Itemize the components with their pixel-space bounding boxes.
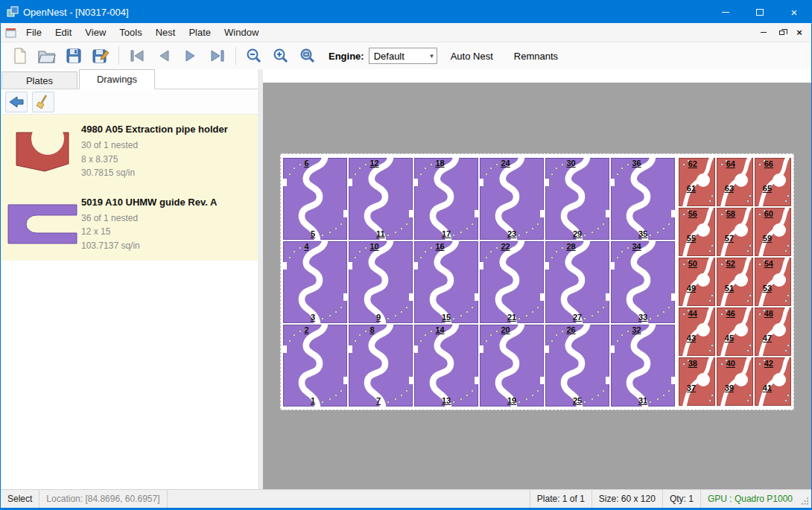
nest-canvas[interactable]: 65 1211 1817 2423	[263, 83, 811, 489]
part-number[interactable]: 8	[369, 326, 374, 334]
part-number[interactable]: 63	[725, 185, 734, 193]
part-number[interactable]: 15	[442, 313, 451, 322]
red-part-pair[interactable]: 3837	[679, 357, 715, 406]
purple-part-pair[interactable]: 109	[349, 241, 413, 323]
red-part-pair[interactable]: 5857	[717, 208, 753, 256]
remnants-button[interactable]: Remnants	[507, 47, 565, 66]
part-number[interactable]: 37	[687, 384, 696, 392]
zoom-out-button[interactable]	[241, 45, 267, 67]
part-number[interactable]: 65	[763, 185, 772, 193]
clean-button[interactable]	[32, 92, 54, 112]
part-number[interactable]: 20	[501, 326, 510, 334]
part-number[interactable]: 9	[376, 313, 381, 322]
purple-part-pair[interactable]: 87	[349, 325, 413, 407]
part-number[interactable]: 25	[573, 397, 582, 405]
part-number[interactable]: 62	[688, 160, 697, 168]
part-number[interactable]: 60	[764, 210, 773, 218]
part-number[interactable]: 52	[726, 260, 735, 268]
purple-part-pair[interactable]: 2221	[480, 241, 544, 323]
part-number[interactable]: 3	[311, 313, 315, 322]
part-number[interactable]: 51	[725, 284, 734, 293]
previous-plate-button[interactable]	[150, 45, 177, 67]
list-item[interactable]: 4980 A05 Extraction pipe holder 30 of 1 …	[1, 115, 258, 188]
part-number[interactable]: 61	[687, 185, 696, 193]
red-part-pair[interactable]: 4645	[717, 307, 753, 356]
part-number[interactable]: 56	[688, 210, 697, 218]
red-part-pair[interactable]: 5453	[755, 258, 791, 306]
open-button[interactable]	[34, 45, 60, 67]
part-number[interactable]: 13	[442, 397, 451, 405]
mdi-restore-button[interactable]	[773, 25, 790, 40]
part-number[interactable]: 1	[311, 397, 315, 405]
last-plate-button[interactable]	[204, 45, 231, 67]
purple-part-pair[interactable]: 2827	[545, 241, 609, 323]
splitter[interactable]	[258, 69, 263, 489]
purple-part-pair[interactable]: 3635	[611, 158, 675, 240]
purple-part-pair[interactable]: 65	[283, 158, 347, 240]
part-number[interactable]: 40	[726, 360, 735, 368]
part-number[interactable]: 42	[764, 360, 773, 368]
part-number[interactable]: 39	[725, 384, 734, 392]
part-number[interactable]: 19	[507, 397, 516, 405]
purple-part-pair[interactable]: 21	[283, 325, 347, 407]
part-number[interactable]: 55	[687, 235, 696, 243]
part-number[interactable]: 18	[435, 159, 444, 168]
part-number[interactable]: 45	[725, 334, 734, 342]
purple-part-pair[interactable]: 2625	[545, 325, 609, 407]
menu-item-nest[interactable]: Nest	[149, 24, 183, 41]
part-number[interactable]: 48	[764, 310, 773, 318]
purple-part-pair[interactable]: 3029	[545, 158, 609, 240]
menu-item-tools[interactable]: Tools	[112, 24, 148, 41]
red-part-pair[interactable]: 4241	[755, 357, 791, 406]
part-number[interactable]: 4	[304, 243, 308, 251]
part-number[interactable]: 21	[507, 313, 516, 322]
menu-item-plate[interactable]: Plate	[182, 24, 218, 41]
part-number[interactable]: 7	[376, 397, 381, 405]
part-number[interactable]: 33	[638, 313, 647, 322]
minimize-button[interactable]	[708, 1, 743, 23]
red-part-pair[interactable]: 4039	[717, 357, 753, 406]
mdi-close-button[interactable]: ×	[790, 25, 808, 40]
part-number[interactable]: 24	[501, 159, 510, 168]
part-number[interactable]: 38	[688, 360, 697, 368]
red-part-pair[interactable]: 6261	[679, 158, 715, 206]
part-number[interactable]: 17	[442, 230, 451, 238]
purple-part-pair[interactable]: 1413	[414, 325, 478, 407]
part-number[interactable]: 10	[369, 243, 378, 251]
new-button[interactable]	[7, 45, 34, 67]
resize-grip[interactable]	[799, 490, 811, 508]
part-number[interactable]: 58	[726, 210, 735, 218]
zoom-fit-button[interactable]	[294, 45, 321, 67]
part-number[interactable]: 66	[764, 160, 773, 168]
red-part-pair[interactable]: 5049	[679, 258, 715, 306]
tab-plates[interactable]: Plates	[1, 71, 77, 89]
part-number[interactable]: 49	[687, 284, 696, 293]
back-arrow-button[interactable]	[5, 92, 28, 112]
part-number[interactable]: 43	[687, 334, 696, 342]
menu-item-edit[interactable]: Edit	[48, 24, 78, 41]
part-number[interactable]: 11	[376, 230, 385, 238]
part-number[interactable]: 23	[507, 230, 516, 238]
part-number[interactable]: 27	[573, 313, 582, 322]
part-number[interactable]: 57	[725, 235, 734, 243]
part-number[interactable]: 35	[638, 230, 647, 238]
part-number[interactable]: 46	[726, 310, 735, 318]
red-part-pair[interactable]: 5251	[717, 258, 753, 306]
part-number[interactable]: 12	[369, 159, 378, 168]
purple-part-pair[interactable]: 2423	[480, 158, 544, 240]
mdi-minimize-button[interactable]	[755, 25, 773, 40]
part-number[interactable]: 6	[304, 159, 308, 168]
close-button[interactable]: ×	[777, 1, 811, 23]
part-number[interactable]: 54	[764, 260, 773, 268]
purple-part-pair[interactable]: 1615	[414, 241, 478, 323]
part-number[interactable]: 31	[638, 397, 647, 405]
plate[interactable]: 65 1211 1817 2423	[280, 153, 794, 410]
menu-item-view[interactable]: View	[78, 24, 112, 41]
purple-part-pair[interactable]: 43	[283, 241, 347, 323]
purple-part-pair[interactable]: 3433	[611, 241, 675, 323]
titlebar[interactable]: OpenNest - [N0317-004] ×	[1, 1, 811, 23]
part-number[interactable]: 14	[435, 326, 444, 334]
part-number[interactable]: 53	[763, 284, 772, 293]
save-as-button[interactable]	[87, 45, 114, 67]
engine-select[interactable]: Default ▾	[369, 48, 437, 64]
